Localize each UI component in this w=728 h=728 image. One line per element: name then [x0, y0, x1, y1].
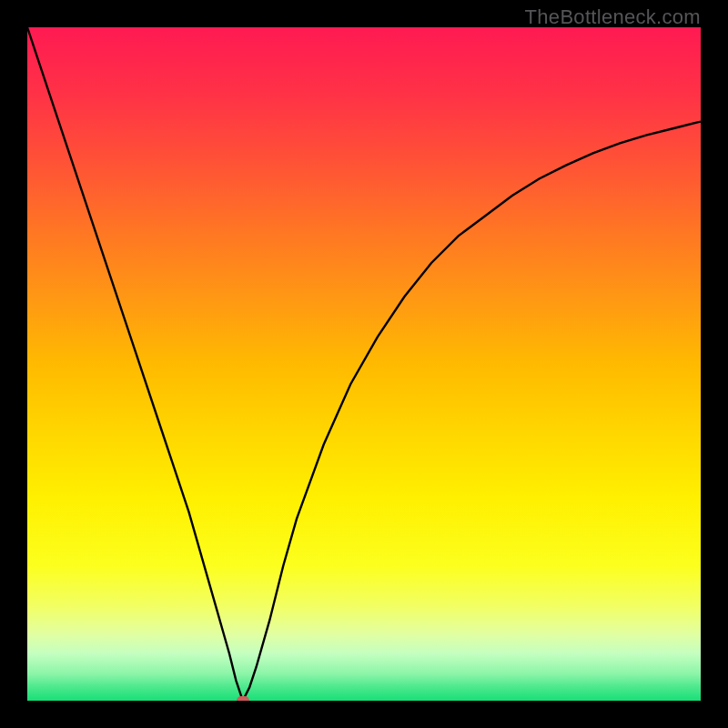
minimum-marker — [237, 696, 249, 701]
bottleneck-curve — [27, 27, 701, 701]
branding-label: TheBottleneck.com — [525, 5, 701, 29]
plot-area — [27, 27, 701, 701]
chart-container: TheBottleneck.com — [0, 0, 728, 728]
